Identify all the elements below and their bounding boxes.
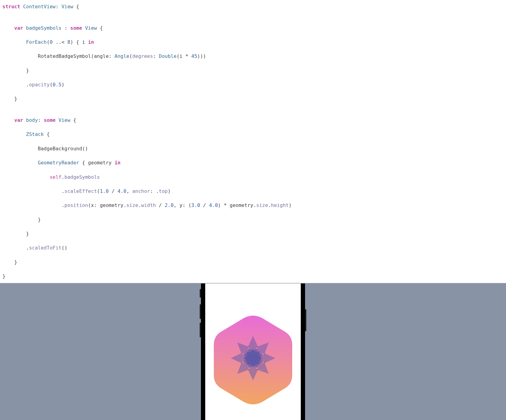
prop-badgesymbols: badgeSymbols	[26, 25, 62, 31]
code-editor[interactable]: struct ContentView: View { var badgeSymb…	[0, 0, 506, 283]
power-button-icon	[305, 309, 306, 331]
simulator-preview: CSDN @Serendipity·y	[0, 283, 506, 420]
mod-scaleeffect: scaleEffect	[64, 188, 97, 194]
keyword-self: self	[50, 174, 62, 180]
keyword-var: var	[14, 25, 23, 31]
mod-scaledtofit: scaledToFit	[29, 245, 62, 251]
call-zstack: ZStack	[26, 131, 44, 137]
device-side-buttons-left	[200, 289, 201, 341]
call-badgebackground: BadgeBackground	[38, 146, 82, 152]
device-screen	[205, 283, 301, 420]
badge-symbols-icon	[228, 333, 278, 383]
type-contentview: ContentView	[23, 4, 55, 9]
badge-view	[213, 314, 293, 406]
mute-switch-icon	[200, 289, 201, 298]
device-frame	[201, 283, 305, 420]
mod-position: position	[64, 202, 88, 208]
call-rotatedbadgesymbol: RotatedBadgeSymbol	[38, 53, 91, 59]
call-geometryreader: GeometryReader	[38, 160, 79, 166]
keyword-var2: var	[14, 117, 23, 123]
volume-up-icon	[200, 304, 201, 319]
prop-body: body	[26, 117, 38, 123]
call-foreach: ForEach	[26, 39, 47, 45]
keyword-in: in	[88, 39, 94, 45]
volume-down-icon	[200, 323, 201, 337]
type-view: View	[62, 4, 74, 9]
keyword-struct: struct	[2, 4, 20, 9]
mod-opacity: opacity	[29, 82, 50, 88]
device-side-buttons-right	[305, 309, 306, 331]
keyword-some: some	[70, 25, 82, 31]
